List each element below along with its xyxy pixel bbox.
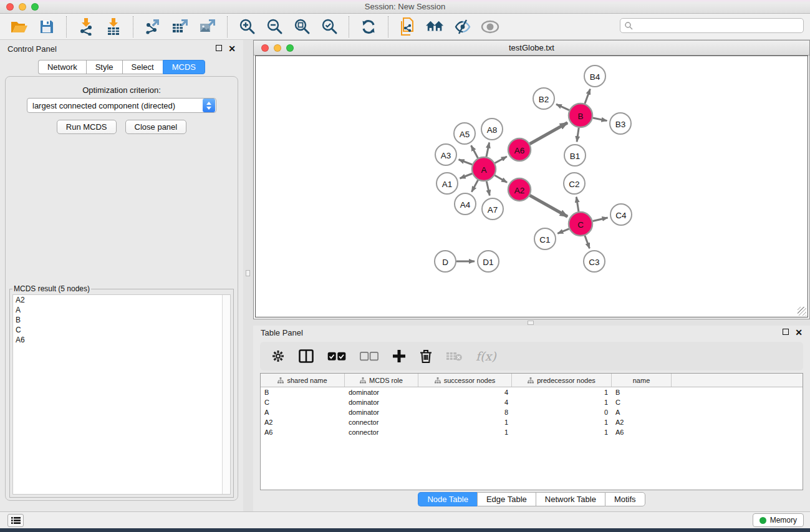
network-window-titlebar[interactable]: testGlobe.txt — [254, 41, 809, 56]
export-network-icon[interactable] — [143, 17, 162, 36]
result-item-b[interactable]: B — [13, 315, 230, 325]
zoom-selected-icon[interactable] — [320, 17, 339, 36]
column-header-successor-nodes[interactable]: successor nodes — [418, 374, 512, 387]
shared-column-icon — [277, 377, 284, 384]
horizontal-split-handle[interactable] — [528, 321, 534, 325]
zoom-in-icon[interactable] — [238, 17, 256, 36]
column-header-MCDS-role[interactable]: MCDS role — [345, 374, 418, 387]
table-row-b[interactable]: Bdominator41B — [261, 387, 803, 397]
node-A7[interactable]: A7 — [482, 198, 503, 220]
result-item-a2[interactable]: A2 — [13, 295, 230, 305]
node-C4[interactable]: C4 — [610, 204, 632, 225]
node-A6[interactable]: A6 — [508, 138, 531, 161]
node-C1[interactable]: C1 — [534, 228, 556, 249]
function-builder-icon[interactable]: f(x) — [476, 349, 496, 363]
column-header-predecessor-nodes[interactable]: predecessor nodes — [512, 374, 612, 387]
tab-motifs[interactable]: Motifs — [605, 492, 645, 506]
tab-node-table[interactable]: Node Table — [418, 492, 477, 506]
table-row-c[interactable]: Cdominator41C — [261, 397, 803, 407]
node-A3[interactable]: A3 — [435, 144, 456, 165]
list-icon — [11, 516, 21, 525]
search-field[interactable] — [620, 18, 804, 33]
tab-style[interactable]: Style — [86, 60, 122, 74]
tab-mcds[interactable]: MCDS — [163, 60, 205, 74]
vertical-split-handle[interactable] — [246, 270, 250, 276]
node-A1[interactable]: A1 — [436, 173, 458, 194]
task-history-button[interactable] — [7, 514, 24, 527]
node-D[interactable]: D — [435, 251, 456, 272]
mcds-result-list[interactable]: A2ABCA6 — [12, 294, 231, 495]
vertical-split-divider[interactable] — [243, 40, 253, 511]
result-item-c[interactable]: C — [13, 325, 230, 335]
tab-network-table[interactable]: Network Table — [536, 492, 605, 506]
export-image-icon[interactable] — [198, 17, 217, 36]
column-header-shared-name[interactable]: shared name — [261, 374, 345, 387]
column-header-name[interactable]: name — [612, 374, 672, 387]
node-A5[interactable]: A5 — [454, 123, 475, 144]
result-item-a6[interactable]: A6 — [13, 335, 230, 345]
delete-table-icon[interactable] — [446, 351, 462, 362]
node-B2[interactable]: B2 — [533, 88, 554, 109]
resize-grip-icon[interactable] — [798, 307, 806, 316]
edge-B-B3 — [593, 118, 607, 121]
memory-button[interactable]: Memory — [753, 513, 804, 527]
open-session-icon[interactable] — [10, 17, 29, 36]
graphics-details-icon[interactable] — [453, 17, 472, 36]
delete-columns-icon[interactable] — [420, 349, 432, 364]
search-input[interactable] — [633, 19, 803, 32]
node-B[interactable]: B — [569, 104, 592, 127]
zoom-out-icon[interactable] — [265, 17, 284, 36]
refresh-icon[interactable] — [359, 17, 378, 36]
svg-text:C3: C3 — [589, 258, 599, 267]
result-scrollbar[interactable] — [222, 295, 230, 494]
node-A8[interactable]: A8 — [481, 118, 503, 140]
node-C[interactable]: C — [569, 212, 592, 236]
import-network-icon[interactable] — [77, 17, 95, 36]
node-B1[interactable]: B1 — [564, 145, 586, 166]
close-panel-button[interactable]: Close panel — [125, 120, 187, 134]
criterion-dropdown[interactable]: largest connected component (directed) — [27, 98, 216, 113]
export-table-icon[interactable] — [171, 17, 190, 36]
cell-predecessor-nodes: 1 — [512, 417, 612, 427]
table-toolbar: f(x) — [260, 342, 803, 370]
svg-text:A3: A3 — [441, 151, 451, 160]
add-column-icon[interactable] — [392, 349, 406, 363]
select-all-icon[interactable] — [327, 352, 346, 361]
home-icon[interactable] — [426, 17, 445, 36]
network-canvas[interactable]: AA1A2A3A4A5A6A7A8BB1B2B3B4CC1C2C3C4DD1 — [255, 56, 808, 317]
run-mcds-button[interactable]: Run MCDS — [57, 120, 117, 134]
table-row-a6[interactable]: A6connector11A6 — [261, 427, 803, 437]
tab-edge-table[interactable]: Edge Table — [477, 492, 536, 506]
float-panel-icon[interactable] — [216, 45, 222, 52]
horizontal-split-divider[interactable] — [253, 319, 810, 326]
birds-eye-icon[interactable] — [481, 17, 499, 36]
node-table-body: Bdominator41BCdominator41CAdominator80AA… — [261, 387, 803, 437]
edge-C-C2 — [576, 197, 579, 211]
table-close-panel-icon[interactable]: ✕ — [795, 328, 803, 337]
clone-network-icon[interactable] — [398, 17, 417, 36]
tab-select[interactable]: Select — [122, 60, 163, 74]
import-table-icon[interactable] — [104, 17, 123, 36]
deselect-all-icon[interactable] — [360, 352, 378, 361]
table-panel: Table Panel ✕ f(x) shared nameMCDS rol — [253, 326, 810, 511]
node-B4[interactable]: B4 — [584, 65, 605, 87]
save-session-icon[interactable] — [37, 17, 56, 36]
table-row-a2[interactable]: A2connector11A2 — [261, 417, 803, 427]
node-A[interactable]: A — [472, 157, 496, 181]
toggle-columns-icon[interactable] — [299, 349, 314, 363]
zoom-fit-icon[interactable] — [292, 17, 311, 36]
column-settings-icon[interactable] — [271, 349, 285, 363]
result-item-a[interactable]: A — [13, 305, 230, 315]
table-float-panel-icon[interactable] — [783, 329, 789, 336]
tab-network[interactable]: Network — [38, 60, 86, 74]
node-C2[interactable]: C2 — [564, 173, 585, 194]
edge-A2-C — [530, 195, 568, 216]
cell-shared-name: A2 — [261, 417, 345, 427]
close-panel-icon[interactable]: ✕ — [228, 44, 236, 53]
node-D1[interactable]: D1 — [478, 251, 499, 272]
node-A2[interactable]: A2 — [508, 178, 531, 201]
node-A4[interactable]: A4 — [455, 193, 476, 215]
node-C3[interactable]: C3 — [584, 251, 605, 272]
table-row-a[interactable]: Adominator80A — [261, 407, 803, 417]
node-B3[interactable]: B3 — [610, 113, 631, 134]
